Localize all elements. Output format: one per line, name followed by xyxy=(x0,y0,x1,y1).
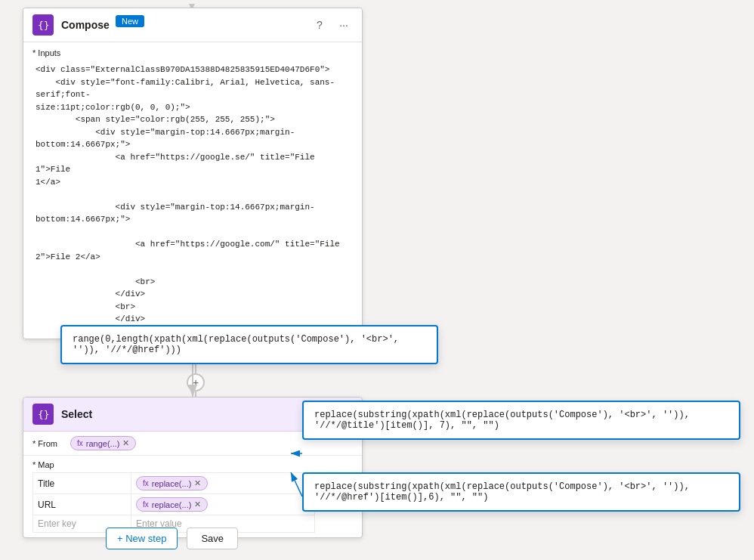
title-token-chip[interactable]: fx replace(...) ✕ xyxy=(136,476,208,490)
map-key-title: Title xyxy=(33,473,131,494)
new-step-label: + New step xyxy=(117,533,166,544)
bottom-bar: + New step Save xyxy=(106,528,238,549)
canvas: ▼ {} Compose ? ··· * Inputs <div class="… xyxy=(0,0,754,560)
compose-more-button[interactable]: ··· xyxy=(335,16,353,34)
code-line-3: size:11pt;color:rgb(0, 0, 0);"> xyxy=(36,101,350,114)
code-line-6: bottom:14.6667px;"> xyxy=(36,138,350,151)
from-label: * From xyxy=(32,439,70,448)
from-token-close[interactable]: ✕ xyxy=(122,438,129,448)
code-line-11: bottom:14.6667px;"> xyxy=(36,213,350,226)
new-badge-text: New xyxy=(122,17,138,26)
code-line-9 xyxy=(36,188,350,201)
new-step-button[interactable]: + New step xyxy=(106,528,178,549)
url-token-close[interactable]: ✕ xyxy=(194,500,201,509)
compose-card-header: {} Compose ? ··· xyxy=(23,8,362,42)
map-key-url: URL xyxy=(33,494,131,515)
select-header-icon: {} xyxy=(32,404,54,425)
inputs-label: * Inputs xyxy=(32,48,353,57)
code-line-12 xyxy=(36,226,350,239)
code-line-8: 1</a> xyxy=(36,176,350,189)
code-line-2: <div style="font-family:Calibri, Arial, … xyxy=(36,76,350,101)
url-token-text: replace(...) xyxy=(152,500,192,509)
title-token-close[interactable]: ✕ xyxy=(194,478,201,488)
code-line-19: </div> xyxy=(36,313,350,326)
save-button[interactable]: Save xyxy=(187,528,238,549)
select-title: Select xyxy=(61,408,336,420)
title-token-text: replace(...) xyxy=(152,479,192,488)
map-val-title: fx replace(...) ✕ xyxy=(131,473,315,494)
url-token-chip[interactable]: fx replace(...) ✕ xyxy=(136,497,208,512)
save-label: Save xyxy=(201,533,224,544)
formula-text-2: replace(substring(xpath(xml(replace(outp… xyxy=(314,410,690,431)
token-fx-icon: fx xyxy=(77,439,83,447)
formula-text-3: replace(substring(xpath(xml(replace(outp… xyxy=(314,481,690,503)
curly-braces-icon: {} xyxy=(37,19,49,31)
from-token-text: range(...) xyxy=(86,439,120,448)
compose-code-content[interactable]: <div class="ExternalClassB970DA15388D482… xyxy=(32,60,353,333)
formula-tooltip-2: replace(substring(xpath(xml(replace(outp… xyxy=(302,401,740,440)
formula-text-1: range(0,length(xpath(xml(replace(outputs… xyxy=(73,334,399,355)
code-line-17: </div> xyxy=(36,288,350,301)
code-line-18: <br> xyxy=(36,301,350,314)
compose-card: {} Compose ? ··· * Inputs <div class="Ex… xyxy=(23,8,363,339)
code-line-14: 2">File 2</a> xyxy=(36,251,350,264)
map-row-new-empty xyxy=(315,515,353,533)
new-badge: New xyxy=(116,15,144,27)
code-line-16: <br> xyxy=(36,276,350,289)
from-token-chip[interactable]: fx range(...) ✕ xyxy=(70,436,136,450)
compose-header-icon: {} xyxy=(32,14,54,36)
url-fx-icon: fx xyxy=(143,500,149,509)
select-curly-icon: {} xyxy=(37,408,49,420)
compose-header-actions: ? ··· xyxy=(311,16,353,34)
code-line-4: <span style="color:rgb(255, 255, 255);"> xyxy=(36,113,350,126)
title-fx-icon: fx xyxy=(143,479,149,487)
code-line-5: <div style="margin-top:14.6667px;margin- xyxy=(36,126,350,139)
code-line-1: <div class="ExternalClassB970DA15388D482… xyxy=(36,63,350,76)
formula-tooltip-3: replace(substring(xpath(xml(replace(outp… xyxy=(302,472,740,512)
code-line-15 xyxy=(36,263,350,276)
compose-title: Compose xyxy=(61,19,311,31)
plus-circle-button[interactable]: + xyxy=(187,373,205,391)
code-line-10: <div style="margin-top:14.6667px;margin- xyxy=(36,201,350,214)
svg-text:{}: {} xyxy=(38,20,49,31)
svg-text:{}: {} xyxy=(38,409,49,420)
map-val-url: fx replace(...) ✕ xyxy=(131,494,315,515)
formula-tooltip-1: range(0,length(xpath(xml(replace(outputs… xyxy=(60,325,438,364)
map-label: * Map xyxy=(32,460,353,469)
compose-card-body: * Inputs <div class="ExternalClassB970DA… xyxy=(23,42,362,339)
compose-help-button[interactable]: ? xyxy=(311,16,329,34)
code-line-13: <a href="https://google.com/" title="Fil… xyxy=(36,238,350,251)
code-line-7: <a href="https://google.se/" title="File… xyxy=(36,151,350,176)
